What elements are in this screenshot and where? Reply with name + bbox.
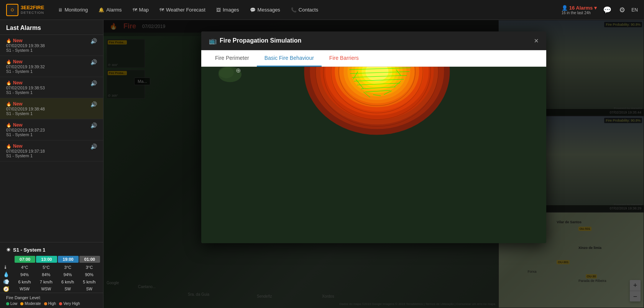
weather-time-col-2: 19:00: [58, 256, 79, 263]
alarm-sub-text: 16 in the last 24h: [562, 11, 597, 15]
alarm-status: New: [13, 122, 23, 128]
nav-alarms[interactable]: 🔔 Alarms: [94, 5, 126, 15]
weather-row-temp: 🌡 4°C 5°C 3°C 3°C: [0, 264, 103, 271]
hum-2: 94%: [57, 272, 79, 277]
compass-icon: 🧭: [3, 286, 14, 292]
winddir-0: WSW: [14, 287, 35, 291]
alarm-item[interactable]: 🔥New 07/02/2019 19:37:23 S1 - System 1 🔊: [0, 119, 103, 140]
images-icon: 🖼: [216, 7, 221, 13]
tab-basic-fire-behaviour[interactable]: Basic Fire Behaviour: [257, 50, 322, 67]
nav-weather-forecast[interactable]: 🗺 Weather Forecast: [155, 5, 210, 15]
modal-header: 📺 Fire Propagation Simulation ×: [201, 31, 546, 50]
alarm-status: New: [13, 143, 23, 149]
temp-0: 4°C: [14, 265, 35, 270]
alarm-system: S1 - System 1: [6, 111, 90, 116]
language-selector[interactable]: EN: [631, 7, 638, 13]
wind-icon: 💨: [3, 279, 14, 285]
danger-high: High: [44, 301, 56, 306]
sidebar: Last Alarms 🔥New 07/02/2019 19:39:38 S1 …: [0, 20, 104, 308]
winddir-1: WSW: [35, 287, 57, 291]
sound-icon[interactable]: 🔊: [90, 59, 97, 65]
alarm-system: S1 - System 1: [6, 132, 90, 137]
alarm-count-badge[interactable]: 👤 16 Alarms ▾ 16 in the last 24h: [562, 5, 597, 15]
weather-row-wind-dir: 🧭 WSW WSW SW SW: [0, 285, 103, 293]
temp-2: 3°C: [57, 265, 79, 270]
app-logo[interactable]: ⬡ 3EE2FIRE DETECTION: [6, 4, 44, 16]
alarm-person-icon: 👤: [562, 5, 568, 11]
fire-propagation-modal: 📺 Fire Propagation Simulation × Fire Per…: [201, 31, 546, 243]
logo-icon: ⬡: [6, 4, 18, 16]
wind-2: 6 km/h: [57, 280, 79, 284]
chevron-down-icon: ▾: [594, 5, 597, 11]
alarm-item[interactable]: 🔥New 07/02/2019 19:38:48 S1 - System 1 🔊: [0, 98, 103, 119]
settings-nav-button[interactable]: ⚙: [618, 4, 627, 16]
tab-fire-barriers[interactable]: Fire Barriers: [322, 50, 366, 67]
alarm-system: S1 - System 1: [6, 48, 90, 53]
alarm-item[interactable]: 🔥New 07/02/2019 19:38:53 S1 - System 1 🔊: [0, 77, 103, 98]
danger-very-high: Very High: [59, 301, 80, 306]
temp-3: 3°C: [79, 265, 100, 270]
fire-danger-title: Fire Danger Level:: [6, 295, 97, 300]
alarm-time: 07/02/2019 19:37:23: [6, 128, 90, 132]
alarm-time: 07/02/2019 19:38:53: [6, 86, 90, 90]
simulation-icon: 📺: [209, 37, 217, 44]
weather-time-col-3: 01:00: [79, 256, 100, 263]
alarm-time: 07/02/2019 19:37:18: [6, 149, 90, 153]
monitor-icon: 🖥: [58, 7, 62, 13]
contacts-icon: 📞: [291, 7, 297, 13]
bell-icon: 🔔: [99, 7, 104, 13]
thermometer-icon: 🌡: [3, 264, 14, 270]
wind-1: 7 km/h: [35, 280, 57, 284]
alarm-time: 07/02/2019 19:39:38: [6, 43, 90, 48]
alarm-status: New: [13, 80, 23, 86]
alarm-item[interactable]: 🔥New 07/02/2019 19:37:18 S1 - System 1 🔊: [0, 140, 103, 161]
winddir-2: SW: [57, 287, 79, 291]
nav-messages[interactable]: 💬 Messages: [245, 5, 285, 15]
alarm-system: S1 - System 1: [6, 90, 90, 95]
sound-icon[interactable]: 🔊: [90, 38, 97, 44]
tab-fire-perimeter[interactable]: Fire Perimeter: [207, 50, 257, 67]
fire-danger-legend: Low Moderate High Very High: [6, 301, 97, 306]
modal-overlay: 📺 Fire Propagation Simulation × Fire Per…: [104, 20, 644, 308]
wind-0: 6 km/h: [14, 280, 35, 284]
logo-text: 3EE2FIRE: [21, 5, 44, 10]
fire-visualization: [296, 67, 457, 143]
nav-map[interactable]: 🗺 Map: [128, 5, 153, 15]
modal-close-button[interactable]: ×: [534, 37, 539, 44]
alarm-time: 07/02/2019 19:38:48: [6, 107, 90, 111]
alarm-item[interactable]: 🔥New 07/02/2019 19:39:32 S1 - System 1 🔊: [0, 56, 103, 77]
sound-icon[interactable]: 🔊: [90, 80, 97, 86]
logo-sub: DETECTION: [21, 11, 44, 15]
sun-icon: ☀: [6, 247, 11, 253]
alarm-count-text: 16 Alarms: [569, 5, 593, 11]
main-layout: Last Alarms 🔥New 07/02/2019 19:39:38 S1 …: [0, 20, 644, 308]
alarm-status: New: [13, 38, 23, 43]
alarm-list: 🔥New 07/02/2019 19:39:38 S1 - System 1 🔊…: [0, 35, 103, 242]
last-alarms-title: Last Alarms: [0, 20, 103, 35]
messages-icon: 💬: [250, 7, 256, 13]
sound-icon[interactable]: 🔊: [90, 122, 97, 128]
nav-images[interactable]: 🖼 Images: [212, 5, 244, 15]
fire-spread-svg: [296, 67, 457, 143]
nav-monitoring[interactable]: 🖥 Monitoring: [53, 5, 92, 15]
weather-time-col-1: 13:00: [36, 256, 57, 263]
weather-row-humidity: 💧 94% 84% 94% 90%: [0, 271, 103, 278]
system-name: S1 - System 1: [13, 247, 46, 253]
nav-contacts[interactable]: 📞 Contacts: [286, 5, 323, 15]
map-icon: 🗺: [133, 7, 137, 13]
weather-time-col-0: 07:00: [15, 256, 35, 263]
temp-1: 5°C: [35, 265, 57, 270]
wind-3: 5 km/h: [79, 280, 100, 284]
alarm-item[interactable]: 🔥New 07/02/2019 19:39:38 S1 - System 1 🔊: [0, 35, 103, 56]
top-navigation: ⬡ 3EE2FIRE DETECTION 🖥 Monitoring 🔔 Alar…: [0, 0, 644, 20]
chat-nav-button[interactable]: 💬: [601, 4, 613, 16]
system-section: ☀ S1 - System 1 07:00 13:00 19:00 01:00 …: [0, 242, 103, 293]
fire-danger-section: Fire Danger Level: Low Moderate High Ver…: [0, 293, 103, 308]
modal-title: 📺 Fire Propagation Simulation: [209, 37, 301, 44]
green-patch-2: [219, 67, 234, 78]
nav-items: 🖥 Monitoring 🔔 Alarms 🗺 Map 🗺 Weather Fo…: [53, 5, 561, 15]
sound-icon[interactable]: 🔊: [90, 143, 97, 150]
weather-row-wind: 💨 6 km/h 7 km/h 6 km/h 5 km/h: [0, 278, 103, 285]
sound-icon[interactable]: 🔊: [90, 101, 97, 107]
weather-icon: 🗺: [159, 7, 164, 13]
